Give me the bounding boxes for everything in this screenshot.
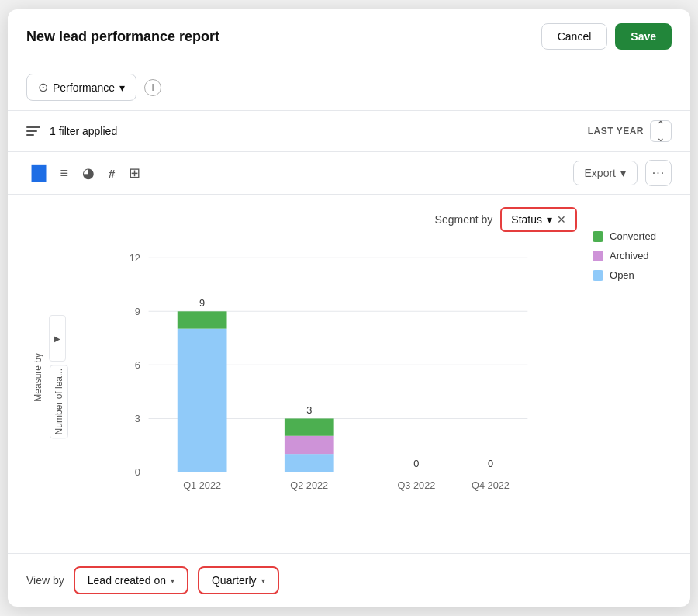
view-by-label: View by: [26, 574, 64, 587]
sub-header: ⊙ Performance ▾ i: [8, 64, 690, 111]
svg-text:12: 12: [130, 252, 140, 264]
segment-status-button[interactable]: Status ▾ ✕: [500, 207, 577, 232]
legend-item-open: Open: [593, 269, 656, 281]
legend: Converted Archived Open: [577, 207, 672, 547]
chevron-down-icon: ▾: [620, 167, 626, 179]
info-icon[interactable]: i: [144, 79, 161, 96]
sort-button[interactable]: ⌃⌄: [650, 120, 672, 142]
svg-text:Q4 2022: Q4 2022: [472, 479, 510, 491]
svg-text:9: 9: [135, 306, 140, 317]
svg-text:0: 0: [135, 466, 140, 478]
bar-q2-archived: [285, 436, 334, 454]
performance-label: Performance: [53, 81, 115, 94]
view-by-bar: View by Lead created on ▾ Quarterly ▾: [8, 553, 690, 607]
bar-q2-converted: [285, 418, 334, 435]
chart-main: Segment by Status ▾ ✕: [74, 207, 577, 547]
filter-bar: 1 filter applied LAST YEAR ⌃⌄: [8, 111, 690, 152]
y-axis-label[interactable]: Number of lea...: [50, 365, 68, 438]
bar-q1-converted: [178, 311, 227, 328]
close-icon[interactable]: ✕: [557, 213, 566, 226]
svg-text:Q1 2022: Q1 2022: [183, 479, 221, 491]
legend-label-converted: Converted: [610, 230, 656, 242]
view-by-field-label: Lead created on: [88, 574, 166, 587]
cancel-button[interactable]: Cancel: [541, 23, 608, 50]
y-axis-label-container: Measure by ▶ Number of lea...: [26, 207, 68, 547]
svg-text:Q3 2022: Q3 2022: [397, 479, 435, 491]
filter-icon[interactable]: [26, 126, 40, 136]
segment-row: Segment by Status ▾ ✕: [74, 207, 577, 232]
legend-item-converted: Converted: [593, 230, 656, 242]
list-icon[interactable]: ≡: [60, 165, 69, 182]
performance-button[interactable]: ⊙ Performance ▾: [26, 74, 136, 101]
legend-item-archived: Archived: [593, 250, 656, 261]
filter-text: 1 filter applied: [50, 125, 117, 137]
filter-left: 1 filter applied: [26, 125, 117, 137]
chevron-down-icon: ▾: [261, 576, 265, 585]
bar-chart-icon[interactable]: ▐█: [26, 165, 47, 182]
chart-area: Measure by ▶ Number of lea... Segment by…: [8, 195, 690, 547]
bar-q1-open: [178, 329, 227, 472]
modal-title: New lead performance report: [26, 29, 219, 45]
pie-chart-icon[interactable]: ◕: [82, 164, 95, 182]
chevron-down-icon: ▾: [547, 213, 552, 226]
hash-icon[interactable]: #: [109, 167, 115, 180]
chevron-down-icon: ▾: [171, 576, 174, 585]
modal-header: New lead performance report Cancel Save: [8, 9, 690, 64]
export-label: Export: [585, 167, 616, 179]
header-buttons: Cancel Save: [541, 23, 672, 50]
chevron-down-icon: ▾: [119, 81, 125, 94]
expand-button[interactable]: ▶: [49, 315, 66, 362]
svg-text:6: 6: [135, 359, 140, 371]
legend-dot-open: [593, 270, 603, 281]
chart-canvas: 12 9 6 3 0 9: [74, 241, 577, 547]
legend-label-open: Open: [610, 269, 634, 281]
bar-q2-open: [285, 454, 334, 472]
segment-value: Status: [511, 213, 542, 226]
more-button[interactable]: ···: [645, 160, 672, 186]
toolbar: ▐█ ≡ ◕ # ⊞ Export ▾ ···: [8, 152, 690, 195]
view-by-period-label: Quarterly: [212, 574, 257, 587]
svg-text:9: 9: [199, 297, 205, 309]
bar-chart-svg: 12 9 6 3 0 9: [74, 241, 577, 505]
measure-by-label: Measure by: [33, 353, 43, 402]
last-year-text: LAST YEAR: [588, 126, 644, 137]
svg-text:0: 0: [488, 458, 493, 469]
svg-text:3: 3: [306, 404, 312, 416]
filter-right: LAST YEAR ⌃⌄: [588, 120, 672, 142]
legend-dot-archived: [593, 251, 603, 261]
save-button[interactable]: Save: [615, 23, 672, 50]
svg-text:0: 0: [413, 458, 419, 469]
legend-dot-converted: [593, 231, 603, 242]
modal-container: New lead performance report Cancel Save …: [8, 9, 690, 607]
target-icon: ⊙: [38, 80, 48, 95]
view-by-period-button[interactable]: Quarterly ▾: [198, 566, 279, 594]
legend-label-archived: Archived: [610, 250, 649, 261]
svg-text:Q2 2022: Q2 2022: [290, 479, 328, 491]
toolbar-left: ▐█ ≡ ◕ # ⊞: [26, 164, 140, 182]
view-by-field-button[interactable]: Lead created on ▾: [74, 566, 188, 594]
toolbar-right: Export ▾ ···: [573, 160, 672, 186]
table-icon[interactable]: ⊞: [129, 164, 140, 182]
segment-by-label: Segment by: [435, 213, 493, 226]
export-button[interactable]: Export ▾: [573, 161, 638, 185]
svg-text:3: 3: [135, 413, 140, 424]
